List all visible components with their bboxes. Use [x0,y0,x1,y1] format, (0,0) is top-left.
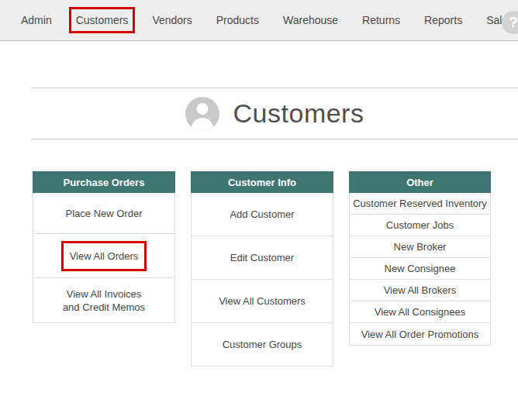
menu-item-view-all-invoices-and-credit-memos[interactable]: View All Invoices and Credit Memos [33,278,174,322]
menu-item-new-consignee[interactable]: New Consignee [350,258,490,280]
page-header: Customers [31,88,518,139]
menu-item-customer-groups[interactable]: Customer Groups [192,323,333,366]
menu-item-edit-customer[interactable]: Edit Customer [192,236,333,280]
nav-item-reports[interactable]: Reports [424,14,462,26]
panel-purchase-orders: Purchase Orders Place New Order View All… [33,171,175,323]
menu-item-new-broker[interactable]: New Broker [350,236,490,258]
menu-item-place-new-order[interactable]: Place New Order [33,193,174,234]
menu-item-customer-jobs[interactable]: Customer Jobs [350,215,490,236]
panel-purchase-orders-header: Purchase Orders [33,171,175,193]
menu-item-view-all-orders[interactable]: View All Orders [33,234,174,278]
nav-item-returns[interactable]: Returns [362,14,400,26]
panel-other-header: Other [349,171,491,193]
top-nav-bar: Admin Customers Vendors Products Warehou… [0,0,518,41]
nav-item-vendors[interactable]: Vendors [152,14,192,26]
menu-item-customer-reserved-inventory[interactable]: Customer Reserved Inventory [350,193,490,215]
page-title: Customers [233,98,364,129]
menu-item-view-all-order-promotions[interactable]: View All Order Promotions [350,323,490,345]
customer-avatar-icon [185,97,219,131]
panel-customer-info: Customer Info Add Customer Edit Customer… [191,171,333,367]
help-icon[interactable]: ? [502,11,518,34]
nav-item-warehouse[interactable]: Warehouse [283,14,338,26]
panel-customer-info-header: Customer Info [191,171,333,193]
menu-item-view-all-brokers[interactable]: View All Brokers [350,280,490,301]
menu-item-view-all-customers[interactable]: View All Customers [192,280,333,323]
menu-panels: Purchase Orders Place New Order View All… [33,171,518,367]
menu-item-view-all-consignees[interactable]: View All Consignees [350,301,490,323]
menu-item-add-customer[interactable]: Add Customer [192,193,333,236]
nav-item-products[interactable]: Products [216,14,259,26]
panel-other: Other Customer Reserved Inventory Custom… [349,171,491,346]
nav-item-admin[interactable]: Admin [21,14,52,26]
nav-item-customers[interactable]: Customers [76,14,129,26]
